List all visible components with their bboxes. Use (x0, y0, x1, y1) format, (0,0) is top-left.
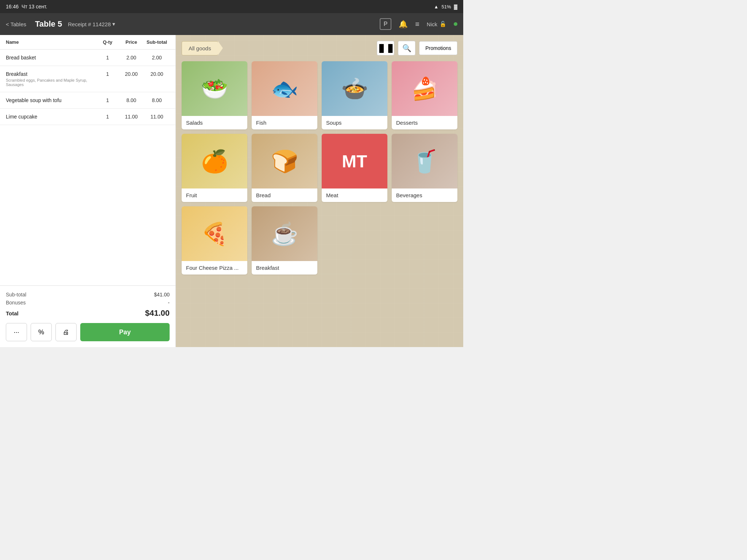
subtotal-value: $41.00 (154, 292, 170, 298)
item-price: 11.00 (119, 114, 144, 120)
battery-level: 51% (441, 4, 451, 9)
menu-toolbar: All goods ▐▌▐▌ 🔍 Promotions (182, 41, 457, 55)
receipt-selector[interactable]: Receipt # 114228 ▾ (68, 21, 115, 27)
discount-button[interactable]: % (31, 323, 52, 341)
item-name: Breakfast (6, 71, 97, 77)
category-label-fruit: Fruit (182, 188, 247, 202)
promotions-button[interactable]: Promotions (419, 41, 457, 55)
item-qty: 1 (97, 97, 119, 103)
category-image-meat: MT (322, 134, 387, 188)
lock-icon[interactable]: 🔓 (440, 21, 446, 27)
category-image-fruit: 🍊 (182, 134, 247, 188)
bonuses-row: Bonuses - (6, 300, 170, 306)
back-button[interactable]: < Tables (6, 21, 26, 27)
pay-button[interactable]: Pay (80, 323, 170, 341)
order-table-header: Name Q-ty Price Sub-total (0, 35, 175, 50)
category-image-desserts: 🍰 (392, 61, 457, 116)
category-card-fruit[interactable]: 🍊 Fruit (182, 134, 247, 202)
table-row[interactable]: Bread basket 1 2.00 2.00 (0, 50, 175, 66)
table-row[interactable]: Breakfast Scrambled eggs, Pancakes and M… (0, 66, 175, 92)
category-label-meat: Meat (322, 188, 387, 202)
category-label-salads: Salads (182, 116, 247, 129)
item-qty: 1 (97, 55, 119, 61)
category-label-beverages: Beverages (392, 188, 457, 202)
category-card-pizza[interactable]: 🍕 Four Cheese Pizza ... (182, 206, 247, 275)
col-price: Price (119, 39, 144, 45)
order-footer: Sub-total $41.00 Bonuses - Total $41.00 … (0, 285, 175, 347)
col-name: Name (6, 39, 97, 45)
table-row[interactable]: Vegetable soup with tofu 1 8.00 8.00 (0, 92, 175, 109)
item-subtotal: 8.00 (144, 97, 170, 103)
item-name: Vegetable soup with tofu (6, 97, 97, 103)
category-card-beverages[interactable]: 🥤 Beverages (392, 134, 457, 202)
barcode-button[interactable]: ▐▌▐▌ (377, 41, 394, 55)
total-label: Total (6, 310, 19, 316)
category-card-desserts[interactable]: 🍰 Desserts (392, 61, 457, 129)
category-card-soups[interactable]: 🍲 Soups (322, 61, 387, 129)
col-subtotal: Sub-total (144, 39, 170, 45)
footer-buttons: ··· % 🖨 Pay (6, 323, 170, 341)
wifi-icon: ▲ (434, 4, 439, 9)
category-label-pizza: Four Cheese Pizza ... (182, 261, 247, 275)
item-subtotal: 11.00 (144, 114, 170, 120)
search-button[interactable]: 🔍 (398, 41, 415, 55)
notification-icon[interactable]: 🔔 (399, 20, 408, 28)
category-image-salads: 🥗 (182, 61, 247, 116)
category-image-breakfast: ☕ (252, 206, 317, 261)
app-header: < Tables Table 5 Receipt # 114228 ▾ P 🔔 … (0, 13, 463, 35)
barcode-icon: ▐▌▐▌ (377, 44, 395, 52)
item-description: Scrambled eggs, Pancakes and Maple Syrup… (6, 78, 97, 87)
status-bar: 16:46 Чт 13 сент. ▲ 51% ▓ (0, 0, 463, 13)
all-goods-button[interactable]: All goods (182, 41, 218, 55)
category-grid: 🥗 Salads 🐟 Fish 🍲 Soups 🍰 Desserts 🍊 Fru… (182, 61, 457, 275)
category-label-bread: Bread (252, 188, 317, 202)
receipt-label: Receipt # 114228 (68, 21, 111, 27)
user-info: Nick 🔓 (427, 21, 446, 27)
subtotal-row: Sub-total $41.00 (6, 292, 170, 298)
order-panel: Name Q-ty Price Sub-total Bread basket 1… (0, 35, 176, 347)
print-icon: 🖨 (63, 328, 69, 336)
status-date: Чт 13 сент. (22, 4, 47, 9)
category-image-bread: 🍞 (252, 134, 317, 188)
total-row: Total $41.00 (6, 308, 170, 318)
menu-panel: All goods ▐▌▐▌ 🔍 Promotions 🥗 Salads 🐟 F… (176, 35, 463, 347)
category-label-desserts: Desserts (392, 116, 457, 129)
status-left: 16:46 Чт 13 сент. (6, 4, 47, 9)
category-image-fish: 🐟 (252, 61, 317, 116)
order-table: Name Q-ty Price Sub-total Bread basket 1… (0, 35, 175, 285)
main-layout: Name Q-ty Price Sub-total Bread basket 1… (0, 35, 463, 347)
order-rows: Bread basket 1 2.00 2.00 Breakfast Scram… (0, 50, 175, 125)
category-card-salads[interactable]: 🥗 Salads (182, 61, 247, 129)
table-title: Table 5 (35, 19, 62, 29)
bonuses-value: - (168, 300, 170, 306)
item-subtotal: 20.00 (144, 71, 170, 77)
print-button[interactable]: 🖨 (55, 323, 77, 341)
status-right: ▲ 51% ▓ (434, 4, 457, 9)
header-icons: P 🔔 ≡ Nick 🔓 (380, 18, 457, 30)
item-qty: 1 (97, 114, 119, 120)
category-image-beverages: 🥤 (392, 134, 457, 188)
table-row[interactable]: Lime cupcake 1 11.00 11.00 (0, 109, 175, 125)
category-card-breakfast[interactable]: ☕ Breakfast (252, 206, 317, 275)
item-name: Bread basket (6, 55, 97, 61)
category-card-meat[interactable]: MT Meat (322, 134, 387, 202)
more-options-button[interactable]: ··· (6, 323, 27, 341)
item-name: Lime cupcake (6, 114, 97, 120)
category-card-fish[interactable]: 🐟 Fish (252, 61, 317, 129)
col-qty: Q-ty (97, 39, 119, 45)
subtotal-label: Sub-total (6, 292, 26, 298)
receipt-chevron: ▾ (112, 21, 115, 27)
category-image-pizza: 🍕 (182, 206, 247, 261)
online-status-dot (454, 22, 457, 26)
category-card-bread[interactable]: 🍞 Bread (252, 134, 317, 202)
battery-icon: ▓ (454, 4, 457, 9)
user-name: Nick (427, 21, 437, 27)
item-price: 8.00 (119, 97, 144, 103)
item-subtotal: 2.00 (144, 55, 170, 61)
item-price: 2.00 (119, 55, 144, 61)
menu-icon[interactable]: ≡ (415, 20, 419, 28)
parking-icon[interactable]: P (380, 18, 391, 30)
category-label-breakfast: Breakfast (252, 261, 317, 275)
item-qty: 1 (97, 71, 119, 77)
status-time: 16:46 (6, 4, 19, 9)
